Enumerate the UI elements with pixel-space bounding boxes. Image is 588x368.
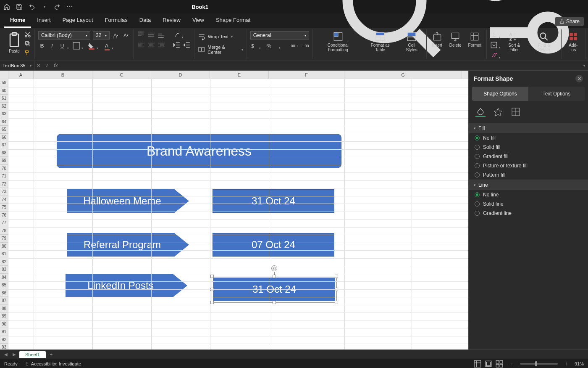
sheet-tab[interactable]: Sheet1 — [19, 351, 46, 358]
fill-line-icon[interactable] — [475, 107, 486, 117]
row-header[interactable]: 61 — [0, 95, 8, 103]
fill-option[interactable]: Picture or texture fill — [469, 161, 588, 170]
line-section-header[interactable]: ▾Line — [469, 180, 588, 190]
fill-icon[interactable] — [490, 41, 498, 49]
col-header[interactable]: G — [344, 71, 462, 79]
page-layout-view-icon[interactable] — [485, 360, 492, 368]
tab-page-layout[interactable]: Page Layout — [57, 13, 99, 28]
increase-decimal-icon[interactable]: .00→ — [291, 42, 298, 50]
row-header[interactable]: 82 — [0, 258, 8, 266]
cut-icon[interactable] — [24, 31, 31, 38]
row-header[interactable]: 79 — [0, 235, 8, 243]
size-properties-icon[interactable] — [511, 107, 521, 117]
cancel-formula-icon[interactable]: ✕ — [34, 63, 43, 69]
resize-handle[interactable] — [210, 301, 214, 304]
tab-home[interactable]: Home — [4, 13, 31, 28]
conditional-formatting-button[interactable]: Conditional Formatting — [316, 30, 360, 53]
more-icon[interactable]: ⋯ — [66, 3, 73, 10]
row-header[interactable]: 85 — [0, 281, 8, 289]
bold-icon[interactable]: B — [38, 42, 46, 50]
row-header[interactable]: 86 — [0, 289, 8, 297]
decrease-font-icon[interactable]: A▾ — [122, 32, 130, 39]
undo-icon[interactable] — [29, 3, 35, 10]
page-break-view-icon[interactable] — [496, 360, 503, 368]
shape-row3-arrow[interactable]: LinkedIn Posts — [66, 274, 187, 297]
accept-formula-icon[interactable]: ✓ — [43, 63, 51, 69]
row-header[interactable]: 89 — [0, 312, 8, 320]
increase-font-icon[interactable]: A▴ — [112, 32, 120, 39]
row-header[interactable]: 69 — [0, 157, 8, 165]
percent-icon[interactable]: % — [265, 42, 273, 50]
clear-icon[interactable] — [490, 51, 498, 59]
insert-cells-button[interactable]: Insert — [430, 30, 444, 48]
zoom-out-button[interactable]: − — [510, 360, 513, 367]
comma-icon[interactable]: , — [276, 42, 283, 50]
add-sheet-button[interactable]: + — [47, 352, 55, 357]
shape-row2-date[interactable]: 07 Oct 24 — [213, 233, 334, 257]
row-header[interactable]: 76 — [0, 212, 8, 220]
effects-icon[interactable] — [493, 107, 503, 117]
row-header[interactable]: 63 — [0, 110, 8, 118]
row-header[interactable]: 67 — [0, 141, 8, 149]
resize-handle[interactable] — [273, 301, 276, 304]
format-cells-button[interactable]: Format — [467, 30, 483, 48]
row-header[interactable]: 75 — [0, 204, 8, 212]
name-box[interactable]: TextBox 35▾ — [0, 61, 34, 70]
shape-row1-arrow[interactable]: Halloween Meme — [67, 189, 189, 213]
row-header[interactable]: 91 — [0, 328, 8, 336]
number-format-select[interactable]: General▾ — [250, 31, 309, 40]
row-header[interactable]: 77 — [0, 219, 8, 227]
col-header[interactable]: F — [269, 71, 344, 79]
italic-icon[interactable]: I — [48, 42, 56, 50]
increase-indent-icon[interactable] — [183, 41, 191, 49]
fill-option[interactable]: Solid fill — [469, 143, 588, 152]
font-size-select[interactable]: 32▾ — [93, 31, 110, 40]
resize-handle[interactable] — [273, 275, 276, 278]
zoom-in-button[interactable]: + — [564, 360, 568, 367]
merge-center-button[interactable]: Merge & Center▾ — [198, 45, 243, 55]
expand-formula-icon[interactable]: ▾ — [580, 64, 588, 68]
home-icon[interactable] — [3, 3, 10, 10]
shape-row2-arrow[interactable]: Referral Program — [67, 233, 189, 257]
font-name-select[interactable]: Calibri (Body)▾ — [38, 31, 90, 40]
status-accessibility[interactable]: Accessibility: Investigate — [24, 361, 81, 366]
orientation-icon[interactable] — [173, 31, 181, 39]
sort-filter-button[interactable]: AZ Sort & Filter — [502, 30, 526, 53]
align-middle-icon[interactable] — [147, 31, 155, 39]
spreadsheet[interactable]: A B C D E F G 59606162636465666768697071… — [0, 71, 468, 349]
fill-option[interactable]: Pattern fill — [469, 170, 588, 180]
resize-handle[interactable] — [210, 275, 214, 278]
underline-icon[interactable]: U — [58, 42, 66, 50]
decrease-indent-icon[interactable] — [173, 41, 181, 49]
sheet-nav-prev[interactable]: ◀ — [3, 352, 9, 357]
normal-view-icon[interactable] — [474, 360, 481, 368]
resize-handle[interactable] — [335, 275, 338, 278]
tab-view[interactable]: View — [186, 13, 210, 28]
row-header[interactable]: 92 — [0, 336, 8, 344]
shape-row1-date[interactable]: 31 Oct 24 — [213, 189, 334, 213]
row-header[interactable]: 81 — [0, 250, 8, 258]
row-header[interactable]: 62 — [0, 103, 8, 111]
undo-dropdown-icon[interactable]: ▾ — [41, 3, 48, 10]
find-select-button[interactable]: Find & Select — [530, 30, 557, 53]
close-pane-icon[interactable]: ✕ — [575, 75, 583, 82]
border-icon[interactable] — [73, 42, 80, 50]
col-header[interactable]: B — [34, 71, 92, 79]
format-as-table-button[interactable]: Format as Table — [364, 30, 396, 53]
col-header[interactable]: D — [151, 71, 210, 79]
row-header[interactable]: 73 — [0, 188, 8, 196]
align-center-icon[interactable] — [147, 41, 155, 49]
copy-icon[interactable] — [24, 40, 31, 47]
row-header[interactable]: 70 — [0, 165, 8, 173]
currency-icon[interactable]: $ — [250, 42, 258, 50]
sheet-nav-next[interactable]: ▶ — [11, 352, 18, 357]
pane-tab-text-options[interactable]: Text Options — [528, 87, 585, 101]
col-header[interactable]: C — [92, 71, 151, 79]
row-header[interactable]: 93 — [0, 344, 8, 349]
delete-cells-button[interactable]: Delete — [448, 30, 463, 48]
fill-color-icon[interactable] — [88, 42, 95, 50]
redo-icon[interactable] — [54, 3, 60, 10]
fill-option[interactable]: No fill — [469, 133, 588, 143]
row-header[interactable]: 72 — [0, 180, 8, 188]
paste-button[interactable] — [6, 30, 23, 49]
